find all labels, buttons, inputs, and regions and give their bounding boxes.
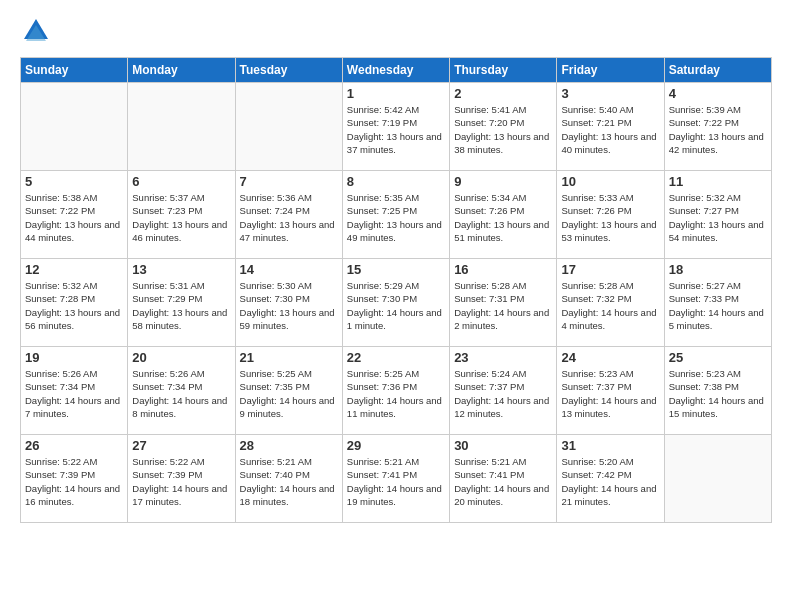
calendar-body: 1Sunrise: 5:42 AM Sunset: 7:19 PM Daylig… bbox=[21, 83, 772, 523]
column-header-tuesday: Tuesday bbox=[235, 58, 342, 83]
day-number: 9 bbox=[454, 174, 552, 189]
day-cell: 6Sunrise: 5:37 AM Sunset: 7:23 PM Daylig… bbox=[128, 171, 235, 259]
day-cell: 31Sunrise: 5:20 AM Sunset: 7:42 PM Dayli… bbox=[557, 435, 664, 523]
day-number: 2 bbox=[454, 86, 552, 101]
day-cell: 28Sunrise: 5:21 AM Sunset: 7:40 PM Dayli… bbox=[235, 435, 342, 523]
day-number: 21 bbox=[240, 350, 338, 365]
day-info: Sunrise: 5:27 AM Sunset: 7:33 PM Dayligh… bbox=[669, 279, 767, 332]
column-header-thursday: Thursday bbox=[450, 58, 557, 83]
day-cell: 15Sunrise: 5:29 AM Sunset: 7:30 PM Dayli… bbox=[342, 259, 449, 347]
day-number: 1 bbox=[347, 86, 445, 101]
column-header-sunday: Sunday bbox=[21, 58, 128, 83]
day-cell: 20Sunrise: 5:26 AM Sunset: 7:34 PM Dayli… bbox=[128, 347, 235, 435]
day-info: Sunrise: 5:26 AM Sunset: 7:34 PM Dayligh… bbox=[25, 367, 123, 420]
day-number: 25 bbox=[669, 350, 767, 365]
week-row-4: 19Sunrise: 5:26 AM Sunset: 7:34 PM Dayli… bbox=[21, 347, 772, 435]
day-number: 28 bbox=[240, 438, 338, 453]
day-number: 3 bbox=[561, 86, 659, 101]
day-number: 13 bbox=[132, 262, 230, 277]
day-number: 11 bbox=[669, 174, 767, 189]
day-info: Sunrise: 5:42 AM Sunset: 7:19 PM Dayligh… bbox=[347, 103, 445, 156]
day-cell: 27Sunrise: 5:22 AM Sunset: 7:39 PM Dayli… bbox=[128, 435, 235, 523]
day-cell: 24Sunrise: 5:23 AM Sunset: 7:37 PM Dayli… bbox=[557, 347, 664, 435]
day-cell: 13Sunrise: 5:31 AM Sunset: 7:29 PM Dayli… bbox=[128, 259, 235, 347]
day-info: Sunrise: 5:25 AM Sunset: 7:35 PM Dayligh… bbox=[240, 367, 338, 420]
day-cell: 18Sunrise: 5:27 AM Sunset: 7:33 PM Dayli… bbox=[664, 259, 771, 347]
day-cell: 7Sunrise: 5:36 AM Sunset: 7:24 PM Daylig… bbox=[235, 171, 342, 259]
week-row-3: 12Sunrise: 5:32 AM Sunset: 7:28 PM Dayli… bbox=[21, 259, 772, 347]
week-row-1: 1Sunrise: 5:42 AM Sunset: 7:19 PM Daylig… bbox=[21, 83, 772, 171]
column-header-monday: Monday bbox=[128, 58, 235, 83]
day-number: 14 bbox=[240, 262, 338, 277]
day-cell: 12Sunrise: 5:32 AM Sunset: 7:28 PM Dayli… bbox=[21, 259, 128, 347]
day-number: 7 bbox=[240, 174, 338, 189]
day-number: 31 bbox=[561, 438, 659, 453]
day-info: Sunrise: 5:23 AM Sunset: 7:38 PM Dayligh… bbox=[669, 367, 767, 420]
day-info: Sunrise: 5:28 AM Sunset: 7:31 PM Dayligh… bbox=[454, 279, 552, 332]
day-cell: 19Sunrise: 5:26 AM Sunset: 7:34 PM Dayli… bbox=[21, 347, 128, 435]
day-info: Sunrise: 5:21 AM Sunset: 7:41 PM Dayligh… bbox=[454, 455, 552, 508]
day-number: 30 bbox=[454, 438, 552, 453]
day-number: 22 bbox=[347, 350, 445, 365]
day-number: 17 bbox=[561, 262, 659, 277]
day-info: Sunrise: 5:32 AM Sunset: 7:28 PM Dayligh… bbox=[25, 279, 123, 332]
day-info: Sunrise: 5:34 AM Sunset: 7:26 PM Dayligh… bbox=[454, 191, 552, 244]
column-header-saturday: Saturday bbox=[664, 58, 771, 83]
day-cell: 5Sunrise: 5:38 AM Sunset: 7:22 PM Daylig… bbox=[21, 171, 128, 259]
day-info: Sunrise: 5:31 AM Sunset: 7:29 PM Dayligh… bbox=[132, 279, 230, 332]
day-number: 18 bbox=[669, 262, 767, 277]
day-number: 6 bbox=[132, 174, 230, 189]
header bbox=[20, 15, 772, 47]
day-cell: 21Sunrise: 5:25 AM Sunset: 7:35 PM Dayli… bbox=[235, 347, 342, 435]
logo-icon bbox=[20, 15, 52, 47]
day-info: Sunrise: 5:33 AM Sunset: 7:26 PM Dayligh… bbox=[561, 191, 659, 244]
day-info: Sunrise: 5:41 AM Sunset: 7:20 PM Dayligh… bbox=[454, 103, 552, 156]
day-number: 12 bbox=[25, 262, 123, 277]
day-cell: 10Sunrise: 5:33 AM Sunset: 7:26 PM Dayli… bbox=[557, 171, 664, 259]
column-header-friday: Friday bbox=[557, 58, 664, 83]
day-number: 8 bbox=[347, 174, 445, 189]
day-cell: 26Sunrise: 5:22 AM Sunset: 7:39 PM Dayli… bbox=[21, 435, 128, 523]
day-number: 19 bbox=[25, 350, 123, 365]
day-cell: 3Sunrise: 5:40 AM Sunset: 7:21 PM Daylig… bbox=[557, 83, 664, 171]
day-info: Sunrise: 5:23 AM Sunset: 7:37 PM Dayligh… bbox=[561, 367, 659, 420]
day-cell: 17Sunrise: 5:28 AM Sunset: 7:32 PM Dayli… bbox=[557, 259, 664, 347]
column-header-wednesday: Wednesday bbox=[342, 58, 449, 83]
day-info: Sunrise: 5:24 AM Sunset: 7:37 PM Dayligh… bbox=[454, 367, 552, 420]
logo bbox=[20, 15, 56, 47]
day-cell: 2Sunrise: 5:41 AM Sunset: 7:20 PM Daylig… bbox=[450, 83, 557, 171]
day-number: 29 bbox=[347, 438, 445, 453]
day-cell: 25Sunrise: 5:23 AM Sunset: 7:38 PM Dayli… bbox=[664, 347, 771, 435]
day-number: 10 bbox=[561, 174, 659, 189]
day-number: 27 bbox=[132, 438, 230, 453]
header-row: SundayMondayTuesdayWednesdayThursdayFrid… bbox=[21, 58, 772, 83]
day-info: Sunrise: 5:40 AM Sunset: 7:21 PM Dayligh… bbox=[561, 103, 659, 156]
day-info: Sunrise: 5:22 AM Sunset: 7:39 PM Dayligh… bbox=[25, 455, 123, 508]
week-row-5: 26Sunrise: 5:22 AM Sunset: 7:39 PM Dayli… bbox=[21, 435, 772, 523]
day-number: 26 bbox=[25, 438, 123, 453]
day-cell: 8Sunrise: 5:35 AM Sunset: 7:25 PM Daylig… bbox=[342, 171, 449, 259]
day-cell: 14Sunrise: 5:30 AM Sunset: 7:30 PM Dayli… bbox=[235, 259, 342, 347]
day-info: Sunrise: 5:20 AM Sunset: 7:42 PM Dayligh… bbox=[561, 455, 659, 508]
day-number: 20 bbox=[132, 350, 230, 365]
day-cell: 29Sunrise: 5:21 AM Sunset: 7:41 PM Dayli… bbox=[342, 435, 449, 523]
calendar-table: SundayMondayTuesdayWednesdayThursdayFrid… bbox=[20, 57, 772, 523]
day-cell: 16Sunrise: 5:28 AM Sunset: 7:31 PM Dayli… bbox=[450, 259, 557, 347]
day-cell: 23Sunrise: 5:24 AM Sunset: 7:37 PM Dayli… bbox=[450, 347, 557, 435]
day-number: 23 bbox=[454, 350, 552, 365]
day-cell bbox=[128, 83, 235, 171]
day-cell: 11Sunrise: 5:32 AM Sunset: 7:27 PM Dayli… bbox=[664, 171, 771, 259]
day-info: Sunrise: 5:21 AM Sunset: 7:41 PM Dayligh… bbox=[347, 455, 445, 508]
day-info: Sunrise: 5:22 AM Sunset: 7:39 PM Dayligh… bbox=[132, 455, 230, 508]
day-info: Sunrise: 5:38 AM Sunset: 7:22 PM Dayligh… bbox=[25, 191, 123, 244]
day-info: Sunrise: 5:21 AM Sunset: 7:40 PM Dayligh… bbox=[240, 455, 338, 508]
day-number: 15 bbox=[347, 262, 445, 277]
day-info: Sunrise: 5:32 AM Sunset: 7:27 PM Dayligh… bbox=[669, 191, 767, 244]
page: SundayMondayTuesdayWednesdayThursdayFrid… bbox=[0, 0, 792, 612]
day-info: Sunrise: 5:39 AM Sunset: 7:22 PM Dayligh… bbox=[669, 103, 767, 156]
day-info: Sunrise: 5:35 AM Sunset: 7:25 PM Dayligh… bbox=[347, 191, 445, 244]
day-number: 16 bbox=[454, 262, 552, 277]
day-cell: 4Sunrise: 5:39 AM Sunset: 7:22 PM Daylig… bbox=[664, 83, 771, 171]
day-cell bbox=[235, 83, 342, 171]
day-cell: 1Sunrise: 5:42 AM Sunset: 7:19 PM Daylig… bbox=[342, 83, 449, 171]
